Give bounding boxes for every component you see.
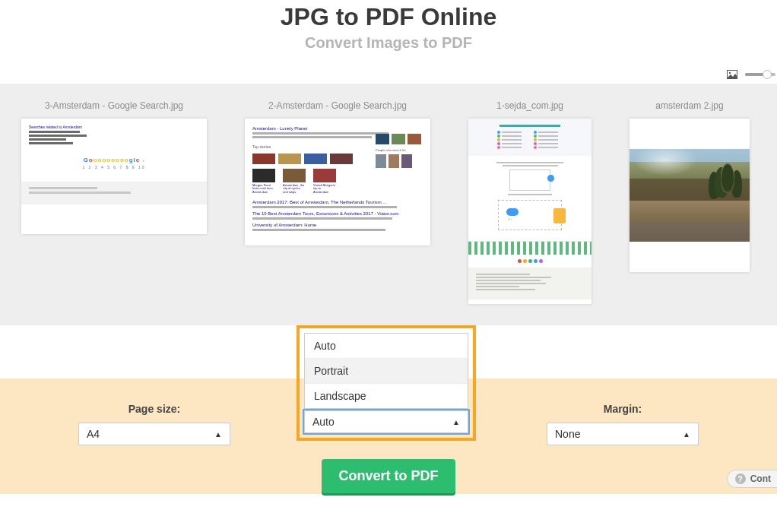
thumbnail-label: 1-sejda_com.jpg [496, 100, 563, 111]
thumbnail-gallery: 3-Amsterdam - Google Search.jpg Searches… [0, 84, 777, 325]
caret-up-icon: ▲ [452, 418, 460, 426]
page-size-dropdown[interactable]: A4 ▲ [78, 423, 230, 445]
svg-point-1 [729, 72, 731, 74]
page-subtitle: Convert Images to PDF [0, 34, 777, 52]
zoom-knob[interactable] [763, 70, 772, 79]
page-size-label: Page size: [78, 403, 230, 415]
thumbnail-item[interactable]: 1-sejda_com.jpg [468, 100, 591, 304]
thumbnail-image: Searches related to Amsterdam Gooooooooo… [21, 119, 207, 234]
thumbnail-label: amsterdam 2.jpg [655, 100, 723, 111]
orientation-menu: Auto Portrait Landscape [304, 333, 468, 409]
page-title: JPG to PDF Online [0, 3, 777, 31]
thumbnail-label: 2-Amsterdam - Google Search.jpg [268, 100, 407, 111]
margin-label: Margin: [547, 403, 699, 415]
caret-up-icon: ▲ [683, 430, 690, 439]
orientation-value: Auto [312, 416, 335, 428]
thumbnail-item[interactable]: 3-Amsterdam - Google Search.jpg Searches… [21, 100, 207, 234]
margin-dropdown[interactable]: None ▲ [547, 423, 699, 445]
orientation-highlight: Auto Portrait Landscape Auto ▲ [297, 325, 476, 441]
convert-button[interactable]: Convert to PDF [322, 459, 455, 493]
page-size-option: Page size: A4 ▲ [78, 403, 230, 445]
margin-value: None [555, 428, 580, 440]
options-panel: Auto Portrait Landscape Auto ▲ Page size… [0, 325, 777, 494]
thumbnail-label: 3-Amsterdam - Google Search.jpg [45, 100, 183, 111]
orientation-option-auto[interactable]: Auto [305, 334, 468, 358]
orientation-option-landscape[interactable]: Landscape [305, 383, 468, 408]
page-size-value: A4 [87, 428, 100, 440]
thumbnail-image [630, 119, 750, 272]
zoom-controls [0, 56, 777, 84]
thumbnail-item[interactable]: amsterdam 2.jpg [630, 100, 750, 272]
caret-up-icon: ▲ [214, 430, 222, 439]
thumbnail-item[interactable]: 2-Amsterdam - Google Search.jpg Amsterda… [245, 100, 430, 245]
page-header: JPG to PDF Online Convert Images to PDF [0, 0, 777, 56]
orientation-option-portrait[interactable]: Portrait [305, 358, 468, 383]
margin-option: Margin: None ▲ [547, 403, 699, 445]
orientation-dropdown[interactable]: Auto ▲ [304, 410, 468, 433]
zoom-slider[interactable] [745, 71, 775, 78]
thumbnail-image: /// [468, 119, 591, 304]
zoom-image-icon [727, 70, 737, 79]
thumbnail-image: Amsterdam - Lonely Planet Top stories Mo… [245, 119, 430, 245]
